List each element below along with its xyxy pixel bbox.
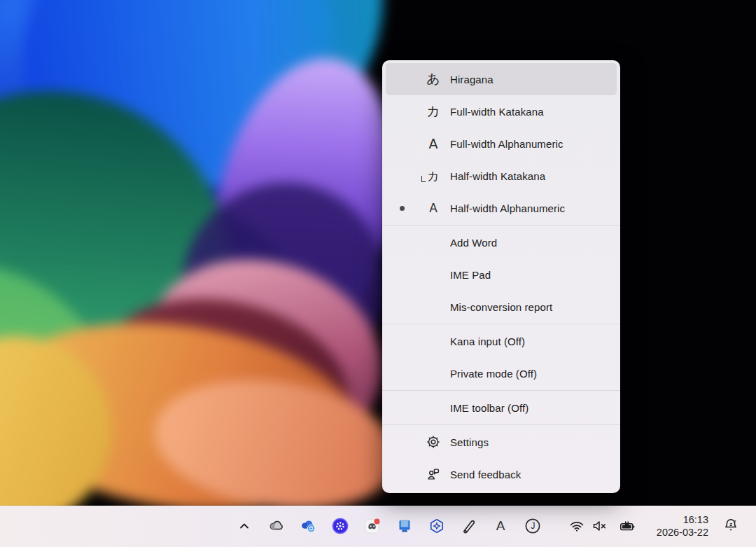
chevron-up-icon[interactable] — [236, 518, 253, 534]
menu-item-label: Half-width Katakana — [450, 170, 545, 182]
discord-icon[interactable] — [364, 518, 381, 534]
volume-muted-icon[interactable] — [592, 518, 608, 534]
menu-item-label: Half-width Alphanumeric — [450, 202, 565, 214]
clock-date: 2026-03-22 — [657, 526, 708, 539]
selected-bullet-icon — [400, 206, 405, 211]
katakana-glyph-icon: カ — [421, 168, 446, 184]
cloud-sync-icon[interactable] — [300, 518, 317, 534]
menu-separator — [382, 324, 620, 324]
clock-time: 16:13 — [657, 513, 708, 526]
blue-ring-app-icon[interactable] — [332, 518, 349, 534]
taskbar-clock[interactable]: 16:13 2026-03-22 — [657, 513, 708, 539]
menu-item-label: Full-width Alphanumeric — [450, 138, 564, 150]
menu-item-label: Settings — [450, 436, 489, 448]
katakana-glyph-icon: カ — [421, 102, 446, 120]
dev-box-icon[interactable] — [428, 518, 445, 534]
feedback-icon — [426, 466, 441, 482]
menu-item-fullwidth-katakana[interactable]: カ Full-width Katakana — [386, 95, 617, 127]
menu-separator — [382, 390, 620, 391]
svg-text:z: z — [734, 519, 736, 523]
menu-item-label: Send feedback — [450, 469, 521, 480]
desktop-wallpaper — [0, 0, 756, 547]
menu-item-misconversion-report[interactable]: Mis-conversion report — [386, 291, 617, 323]
wifi-icon[interactable] — [568, 518, 585, 534]
alphanumeric-glyph-icon: A — [421, 136, 446, 151]
menu-item-label: IME toolbar (Off) — [450, 402, 528, 414]
onedrive-cloud-icon[interactable] — [268, 518, 285, 534]
gear-icon — [426, 434, 441, 450]
remote-desktop-icon[interactable] — [396, 518, 413, 534]
menu-item-label: Hiragana — [450, 74, 493, 85]
ime-mode-a-label: A — [496, 518, 505, 534]
menu-item-send-feedback[interactable]: Send feedback — [386, 458, 617, 490]
language-indicator[interactable]: J — [524, 518, 541, 534]
menu-item-halfwidth-alphanumeric[interactable]: A Half-width Alphanumeric — [386, 192, 617, 224]
menu-item-hiragana[interactable]: あ Hiragana — [386, 63, 617, 95]
hiragana-glyph-icon: あ — [421, 70, 446, 88]
menu-item-label: Full-width Katakana — [450, 106, 544, 118]
pen-icon[interactable] — [461, 518, 477, 534]
svg-text:J: J — [531, 521, 535, 531]
menu-item-ime-pad[interactable]: IME Pad — [386, 258, 617, 291]
taskbar: A J 16:13 2026-03-22 — [0, 506, 756, 547]
menu-item-label: Kana input (Off) — [450, 335, 525, 347]
menu-item-settings[interactable]: Settings — [386, 426, 617, 458]
ime-context-menu: あ Hiragana カ Full-width Katakana A Full-… — [382, 60, 620, 493]
alphanumeric-glyph-icon: A — [421, 201, 446, 215]
menu-item-kana-input[interactable]: Kana input (Off) — [386, 325, 617, 357]
battery-charging-icon[interactable] — [619, 518, 636, 534]
menu-item-halfwidth-katakana[interactable]: カ Half-width Katakana — [386, 160, 617, 192]
menu-item-label: Private mode (Off) — [450, 368, 537, 380]
menu-item-ime-toolbar[interactable]: IME toolbar (Off) — [386, 392, 617, 424]
ime-mode-letter[interactable]: A — [492, 518, 509, 534]
menu-item-label: IME Pad — [450, 269, 491, 281]
notification-bell-icon[interactable]: z z — [722, 517, 739, 534]
menu-item-label: Add Word — [450, 237, 497, 249]
menu-separator — [382, 225, 620, 226]
menu-item-add-word[interactable]: Add Word — [386, 226, 617, 258]
bloom-petals — [0, 0, 756, 547]
menu-separator — [382, 424, 620, 425]
svg-text:z: z — [729, 521, 732, 527]
menu-item-private-mode[interactable]: Private mode (Off) — [386, 357, 617, 389]
menu-item-label: Mis-conversion report — [450, 301, 552, 313]
menu-item-fullwidth-alphanumeric[interactable]: A Full-width Alphanumeric — [386, 127, 617, 160]
